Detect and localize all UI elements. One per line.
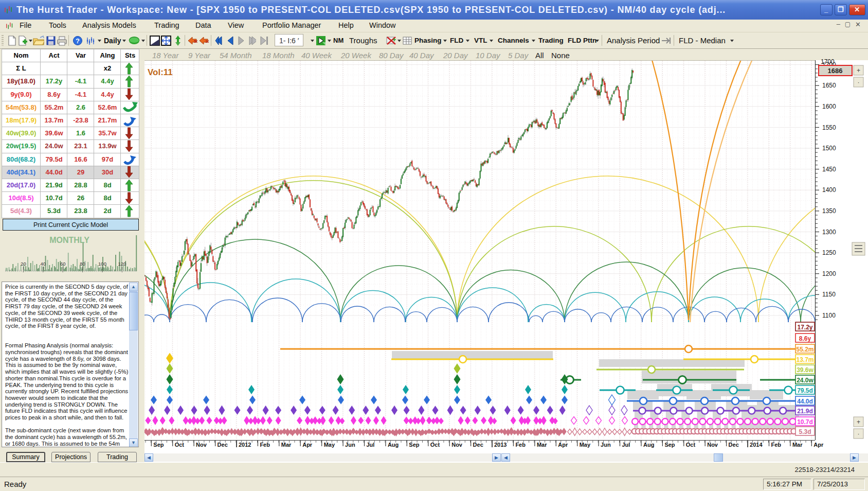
svg-text:·: · — [858, 79, 860, 86]
svg-text:80: 80 — [80, 261, 85, 267]
svg-text:24.0w: 24.0w — [797, 377, 813, 384]
svg-text:Nov: Nov — [707, 442, 718, 448]
svg-text:1250: 1250 — [822, 249, 836, 256]
svg-text:MONTHLY: MONTHLY — [49, 236, 89, 244]
svg-text:10: 10 — [205, 39, 209, 43]
svg-text:Jun: Jun — [601, 442, 611, 448]
svg-text:120: 120 — [118, 261, 126, 267]
svg-text:Mar: Mar — [792, 442, 803, 448]
svg-text:Sep: Sep — [409, 442, 419, 448]
svg-text:1550: 1550 — [822, 124, 836, 131]
svg-text:17.2y: 17.2y — [797, 324, 812, 331]
svg-text:Jul: Jul — [367, 442, 375, 448]
svg-text:60: 60 — [60, 261, 66, 267]
svg-text:2013: 2013 — [494, 442, 507, 448]
svg-text:1150: 1150 — [822, 291, 836, 298]
svg-text:Vol:11: Vol:11 — [148, 67, 173, 77]
svg-text:21.9d: 21.9d — [797, 408, 813, 415]
svg-text:·: · — [858, 430, 860, 437]
svg-text:10.7d: 10.7d — [797, 418, 813, 426]
svg-text:20: 20 — [21, 261, 26, 267]
svg-text:Jun: Jun — [345, 442, 355, 448]
svg-text:Mar: Mar — [537, 442, 547, 448]
svg-text:May: May — [580, 442, 591, 448]
svg-text:13.7m: 13.7m — [796, 356, 813, 363]
svg-text:Aug: Aug — [388, 442, 399, 448]
svg-text:Nov: Nov — [196, 442, 207, 448]
svg-text:Apr: Apr — [813, 442, 824, 448]
svg-text:Sep: Sep — [664, 442, 675, 448]
svg-text:1600: 1600 — [822, 103, 836, 110]
svg-text:40: 40 — [41, 261, 46, 267]
svg-text:1400: 1400 — [822, 186, 836, 194]
svg-text:?: ? — [76, 37, 80, 44]
svg-text:Apr: Apr — [558, 442, 568, 448]
svg-text:55.2m: 55.2m — [796, 346, 813, 353]
svg-text:1450: 1450 — [822, 166, 836, 173]
svg-text:44.0d: 44.0d — [797, 398, 813, 405]
svg-text:Aug: Aug — [643, 442, 654, 448]
svg-text:39.6w: 39.6w — [797, 366, 813, 374]
svg-text:Dec: Dec — [729, 442, 739, 448]
svg-text:Feb: Feb — [260, 442, 270, 448]
svg-text:+: + — [857, 418, 860, 426]
svg-text:1100: 1100 — [822, 312, 836, 319]
svg-text:2012: 2012 — [239, 442, 251, 448]
svg-text:Feb: Feb — [515, 442, 526, 448]
svg-text:100: 100 — [98, 261, 106, 267]
svg-text:Dec: Dec — [218, 442, 228, 448]
svg-text:Jul: Jul — [622, 442, 630, 448]
svg-text:1350: 1350 — [822, 207, 836, 215]
svg-text:Nov: Nov — [451, 442, 463, 448]
svg-text:2014: 2014 — [750, 442, 763, 448]
svg-text:5.3d: 5.3d — [799, 428, 811, 435]
svg-text:Apr: Apr — [302, 442, 313, 448]
svg-text:1500: 1500 — [822, 145, 836, 152]
svg-text:1300: 1300 — [822, 229, 836, 236]
svg-text:Mar: Mar — [281, 442, 292, 448]
svg-text:1686: 1686 — [828, 67, 843, 75]
svg-text:Sep: Sep — [153, 442, 164, 448]
svg-text:50: 50 — [194, 39, 197, 43]
svg-text:+: + — [857, 67, 860, 74]
svg-text:79.5d: 79.5d — [797, 387, 813, 394]
svg-text:1650: 1650 — [822, 82, 836, 89]
svg-text:1200: 1200 — [822, 270, 836, 277]
svg-text:May: May — [324, 442, 335, 448]
svg-text:Feb: Feb — [771, 442, 782, 448]
svg-text:Dec: Dec — [473, 442, 483, 448]
svg-text:1700: 1700 — [821, 58, 835, 65]
svg-text:8.6y: 8.6y — [799, 335, 811, 342]
